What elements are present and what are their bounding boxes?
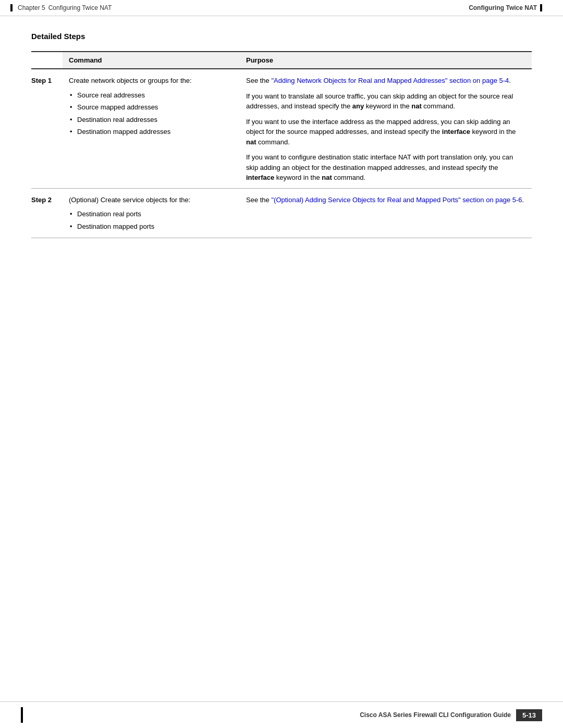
main-content: Detailed Steps Command Purpose Step 1 Cr… (0, 16, 563, 269)
chapter-label: Chapter 5 (18, 4, 45, 11)
header-left: Chapter 5 Configuring Twice NAT (10, 4, 112, 11)
step-1-command: Create network objects or groups for the… (63, 69, 240, 188)
header-bar-icon (10, 4, 13, 11)
purpose-para-5: See the "(Optional) Adding Service Objec… (246, 195, 525, 205)
th-empty (31, 52, 63, 69)
top-header: Chapter 5 Configuring Twice NAT Configur… (0, 0, 563, 16)
list-item: Destination real ports (69, 208, 234, 220)
list-item: Source real addresses (69, 89, 234, 102)
step-2-bullets: Destination real ports Destination mappe… (69, 208, 234, 232)
list-item: Destination mapped ports (69, 220, 234, 233)
step-1-intro: Create network objects or groups for the… (69, 76, 234, 86)
footer-guide-title: Cisco ASA Series Firewall CLI Configurat… (23, 711, 511, 719)
link-optional-service-objects[interactable]: "(Optional) Adding Service Objects for R… (271, 196, 522, 204)
link-adding-network-objects[interactable]: "Adding Network Objects for Real and Map… (271, 77, 509, 84)
step-2-intro: (Optional) Create service objects for th… (69, 195, 234, 205)
th-purpose: Purpose (240, 52, 532, 69)
list-item: Source mapped addresses (69, 101, 234, 114)
steps-table: Command Purpose Step 1 Create network ob… (31, 51, 532, 238)
page-container: Chapter 5 Configuring Twice NAT Configur… (0, 0, 563, 728)
step-1-bullets: Source real addresses Source mapped addr… (69, 89, 234, 138)
th-command: Command (63, 52, 240, 69)
section-heading: Detailed Steps (31, 32, 532, 41)
purpose-para-1: See the "Adding Network Objects for Real… (246, 76, 525, 86)
step-2-label: Step 2 (31, 188, 63, 238)
bottom-footer: Cisco ASA Series Firewall CLI Configurat… (0, 701, 563, 728)
purpose-para-2: If you want to translate all source traf… (246, 91, 525, 112)
step-1-label: Step 1 (31, 69, 63, 188)
list-item: Destination mapped addresses (69, 126, 234, 138)
chapter-title: Configuring Twice NAT (48, 4, 112, 11)
purpose-para-4: If you want to configure destination sta… (246, 152, 525, 183)
step-2-purpose: See the "(Optional) Adding Service Objec… (240, 188, 532, 238)
header-right: Configuring Twice NAT (469, 4, 542, 11)
header-right-bar (540, 4, 542, 11)
table-header-row: Command Purpose (31, 52, 532, 69)
table-row: Step 2 (Optional) Create service objects… (31, 188, 532, 238)
purpose-para-3: If you want to use the interface address… (246, 117, 525, 147)
step-2-command: (Optional) Create service objects for th… (63, 188, 240, 238)
header-right-title: Configuring Twice NAT (469, 4, 537, 11)
page-number: 5-13 (516, 709, 542, 721)
list-item: Destination real addresses (69, 114, 234, 126)
table-row: Step 1 Create network objects or groups … (31, 69, 532, 188)
step-1-purpose: See the "Adding Network Objects for Real… (240, 69, 532, 188)
